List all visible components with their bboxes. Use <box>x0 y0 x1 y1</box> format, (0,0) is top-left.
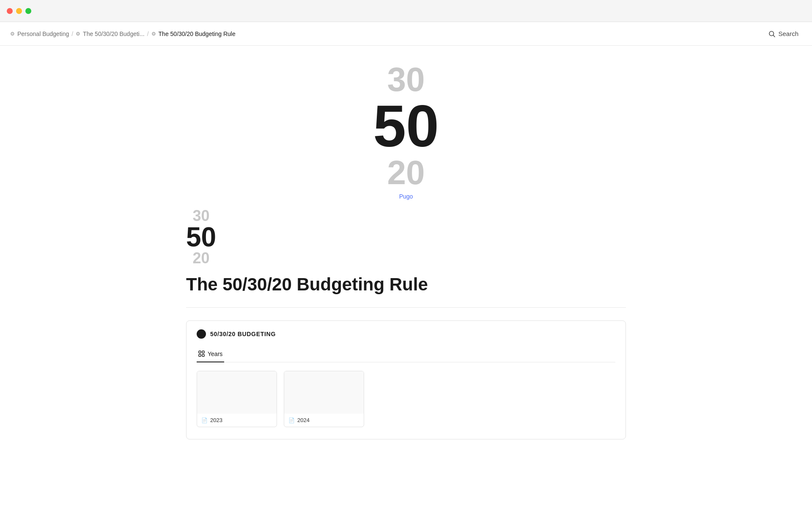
page-icon-2023: 📄 <box>201 417 208 423</box>
svg-rect-5 <box>202 354 204 356</box>
hero-section: 30 50 20 Pugo <box>0 46 812 208</box>
breadcrumb-item-2[interactable]: ⚙ The 50/30/20 Budgeti... <box>76 30 145 37</box>
breadcrumb-label-2[interactable]: The 50/30/20 Budgeti... <box>83 30 145 37</box>
tab-years[interactable]: Years <box>197 347 224 362</box>
gallery-card-2024[interactable]: 📄 2024 <box>284 371 364 427</box>
search-button[interactable]: Search <box>765 28 802 39</box>
breadcrumb-item-3[interactable]: ⚙ The 50/30/20 Budgeting Rule <box>151 30 236 37</box>
hero-numbers: 30 50 20 <box>373 63 439 190</box>
search-icon <box>768 30 776 38</box>
database-header: 50/30/20 BUDGETING <box>197 329 615 339</box>
card-image-2023 <box>197 371 277 414</box>
tabs-bar: Years <box>197 347 615 362</box>
gallery-card-2023[interactable]: 📄 2023 <box>197 371 277 427</box>
card-footer-2023: 📄 2023 <box>197 414 277 427</box>
card-footer-2024: 📄 2024 <box>284 414 364 427</box>
gallery-view-icon <box>198 351 205 357</box>
hero-number-main: 50 <box>373 97 439 156</box>
svg-rect-4 <box>199 354 201 356</box>
breadcrumb-label-3[interactable]: The 50/30/20 Budgeting Rule <box>159 30 236 37</box>
inline-number-main: 50 <box>186 224 216 251</box>
inline-cover: 30 50 20 <box>186 208 216 266</box>
breadcrumb-sep-2: / <box>147 30 149 37</box>
main-content: 30 50 20 Pugo 30 50 20 The 50/30/20 Budg… <box>0 46 812 465</box>
svg-rect-3 <box>202 351 204 353</box>
inline-number-bottom: 20 <box>193 251 210 266</box>
breadcrumb-icon-2: ⚙ <box>76 31 80 37</box>
navbar: ⚙ Personal Budgeting / ⚙ The 50/30/20 Bu… <box>0 22 812 46</box>
page-title: The 50/30/20 Budgeting Rule <box>186 274 626 295</box>
content-divider <box>186 307 626 308</box>
svg-rect-2 <box>199 351 201 353</box>
breadcrumb-icon-1: ⚙ <box>10 31 15 37</box>
inline-number-top: 30 <box>193 208 210 224</box>
svg-point-0 <box>769 31 774 36</box>
card-label-2024: 2024 <box>297 417 310 423</box>
tab-years-label: Years <box>208 351 222 357</box>
close-button[interactable] <box>7 8 13 14</box>
breadcrumb-item-1[interactable]: ⚙ Personal Budgeting <box>10 30 69 37</box>
titlebar <box>0 0 812 22</box>
breadcrumb: ⚙ Personal Budgeting / ⚙ The 50/30/20 Bu… <box>10 30 236 37</box>
hero-number-bottom: 20 <box>387 156 425 190</box>
gallery-grid: 📄 2023 📄 2024 <box>197 371 615 427</box>
window-controls <box>7 8 31 14</box>
card-image-2024 <box>284 371 364 414</box>
card-label-2023: 2023 <box>210 417 222 423</box>
database-icon <box>197 329 206 339</box>
hero-label: Pugo <box>399 193 413 200</box>
breadcrumb-icon-3: ⚙ <box>151 31 156 37</box>
database-block: 50/30/20 BUDGETING Years <box>186 320 626 439</box>
page-icon-2024: 📄 <box>288 417 295 423</box>
svg-line-1 <box>774 35 775 37</box>
breadcrumb-label-1[interactable]: Personal Budgeting <box>17 30 69 37</box>
database-title: 50/30/20 BUDGETING <box>210 331 276 337</box>
search-label: Search <box>778 30 798 37</box>
minimize-button[interactable] <box>16 8 22 14</box>
breadcrumb-sep-1: / <box>71 30 73 37</box>
maximize-button[interactable] <box>25 8 31 14</box>
hero-number-top: 30 <box>387 63 425 97</box>
page-body: 30 50 20 The 50/30/20 Budgeting Rule 50/… <box>152 208 660 439</box>
